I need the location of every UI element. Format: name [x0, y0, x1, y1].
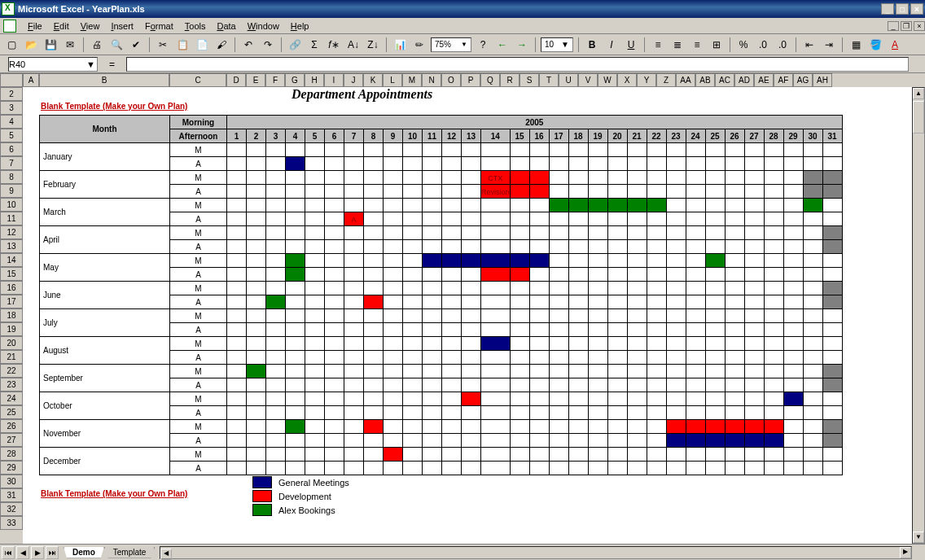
- tab-next-button[interactable]: ▶: [31, 546, 44, 559]
- increase-indent-icon[interactable]: ⇥: [821, 37, 837, 53]
- row-header-6[interactable]: 6: [0, 142, 23, 156]
- underline-icon[interactable]: U: [623, 37, 639, 53]
- row-header-7[interactable]: 7: [0, 156, 23, 170]
- row-header-2[interactable]: 2: [0, 87, 23, 101]
- save-icon[interactable]: 💾: [42, 37, 59, 53]
- scroll-down-icon[interactable]: ▼: [913, 532, 924, 543]
- column-header-A[interactable]: A: [23, 73, 39, 87]
- formula-bar[interactable]: [126, 57, 909, 72]
- hyperlink-icon[interactable]: 🔗: [287, 37, 303, 53]
- blank-template-link-bottom[interactable]: Blank Template (Make your Own Plan): [41, 489, 187, 498]
- column-header-N[interactable]: N: [422, 73, 441, 87]
- row-header-15[interactable]: 15: [0, 267, 23, 281]
- forward-icon[interactable]: →: [514, 37, 530, 53]
- row-header-13[interactable]: 13: [0, 239, 23, 253]
- select-all-corner[interactable]: [0, 73, 23, 87]
- scroll-left-icon[interactable]: ◀: [160, 549, 172, 560]
- column-header-B[interactable]: B: [39, 73, 169, 87]
- copy-icon[interactable]: 📋: [174, 37, 191, 53]
- column-header-AB[interactable]: AB: [695, 73, 715, 87]
- row-header-19[interactable]: 19: [0, 322, 23, 336]
- row-header-21[interactable]: 21: [0, 350, 23, 364]
- mdi-close-button[interactable]: ×: [914, 21, 925, 31]
- increase-decimal-icon[interactable]: .0: [755, 37, 771, 53]
- row-header-8[interactable]: 8: [0, 170, 23, 184]
- column-header-I[interactable]: I: [324, 73, 344, 87]
- column-header-T[interactable]: T: [539, 73, 559, 87]
- sheet-tab-template[interactable]: Template: [104, 547, 156, 558]
- column-header-R[interactable]: R: [500, 73, 519, 87]
- mdi-restore-button[interactable]: ❐: [901, 21, 912, 31]
- merge-center-icon[interactable]: ⊞: [708, 37, 725, 53]
- column-header-AD[interactable]: AD: [734, 73, 754, 87]
- row-header-32[interactable]: 32: [0, 502, 23, 516]
- row-header-22[interactable]: 22: [0, 364, 23, 378]
- column-header-Y[interactable]: Y: [637, 73, 656, 87]
- sort-desc-icon[interactable]: Z↓: [365, 37, 381, 53]
- row-header-16[interactable]: 16: [0, 281, 23, 295]
- print-icon[interactable]: 🖨: [89, 37, 105, 53]
- email-icon[interactable]: ✉: [62, 37, 78, 53]
- format-painter-icon[interactable]: 🖌: [213, 37, 230, 53]
- close-button[interactable]: ×: [910, 3, 923, 15]
- row-header-23[interactable]: 23: [0, 378, 23, 392]
- column-header-E[interactable]: E: [246, 73, 265, 87]
- decrease-indent-icon[interactable]: ⇤: [801, 37, 818, 53]
- align-center-icon[interactable]: ≣: [669, 37, 686, 53]
- column-header-F[interactable]: F: [265, 73, 285, 87]
- undo-icon[interactable]: ↶: [240, 37, 256, 53]
- column-header-K[interactable]: K: [363, 73, 383, 87]
- row-header-26[interactable]: 26: [0, 419, 23, 433]
- chart-icon[interactable]: 📊: [392, 37, 408, 53]
- borders-icon[interactable]: ▦: [848, 37, 864, 53]
- minimize-button[interactable]: _: [881, 3, 894, 15]
- row-header-33[interactable]: 33: [0, 516, 23, 530]
- menu-insert[interactable]: Insert: [106, 20, 138, 33]
- row-header-25[interactable]: 25: [0, 405, 23, 419]
- font-size-combo[interactable]: 10▼: [541, 37, 573, 52]
- column-header-P[interactable]: P: [461, 73, 480, 87]
- column-header-V[interactable]: V: [578, 73, 598, 87]
- fill-color-icon[interactable]: 🪣: [867, 37, 883, 53]
- paste-icon[interactable]: 📄: [194, 37, 210, 53]
- scroll-thumb[interactable]: [913, 101, 924, 133]
- column-header-AA[interactable]: AA: [676, 73, 695, 87]
- tab-last-button[interactable]: ⏭: [46, 546, 59, 559]
- row-header-5[interactable]: 5: [0, 129, 23, 142]
- column-header-L[interactable]: L: [383, 73, 402, 87]
- function-icon[interactable]: f∗: [326, 37, 342, 53]
- vertical-scrollbar[interactable]: ▲ ▼: [912, 87, 925, 544]
- cut-icon[interactable]: ✂: [155, 37, 171, 53]
- row-header-17[interactable]: 17: [0, 295, 23, 308]
- menu-window[interactable]: Window: [243, 20, 284, 33]
- row-header-11[interactable]: 11: [0, 212, 23, 225]
- row-header-29[interactable]: 29: [0, 461, 23, 475]
- column-header-M[interactable]: M: [402, 73, 422, 87]
- menu-view[interactable]: View: [76, 20, 105, 33]
- row-header-12[interactable]: 12: [0, 225, 23, 239]
- row-header-4[interactable]: 4: [0, 115, 23, 129]
- row-header-18[interactable]: 18: [0, 308, 23, 322]
- scroll-up-icon[interactable]: ▲: [913, 88, 924, 99]
- autosum-icon[interactable]: Σ: [306, 37, 322, 53]
- column-header-G[interactable]: G: [285, 73, 305, 87]
- italic-icon[interactable]: I: [603, 37, 620, 53]
- column-header-J[interactable]: J: [344, 73, 363, 87]
- drawing-icon[interactable]: ✏: [411, 37, 427, 53]
- menu-edit[interactable]: Edit: [49, 20, 74, 33]
- row-header-9[interactable]: 9: [0, 184, 23, 198]
- row-header-31[interactable]: 31: [0, 488, 23, 502]
- horizontal-scrollbar[interactable]: ◀ ▶: [160, 546, 912, 559]
- print-preview-icon[interactable]: 🔍: [108, 37, 125, 53]
- row-header-24[interactable]: 24: [0, 392, 23, 405]
- column-header-Z[interactable]: Z: [656, 73, 676, 87]
- sheet-tab-demo[interactable]: Demo: [64, 547, 104, 558]
- tab-first-button[interactable]: ⏮: [2, 546, 15, 559]
- name-box[interactable]: R40▼: [8, 57, 98, 72]
- column-header-D[interactable]: D: [226, 73, 246, 87]
- menu-format[interactable]: Format: [140, 20, 178, 33]
- maximize-button[interactable]: □: [896, 3, 909, 15]
- column-header-AF[interactable]: AF: [774, 73, 793, 87]
- column-header-U[interactable]: U: [559, 73, 578, 87]
- column-header-Q[interactable]: Q: [480, 73, 500, 87]
